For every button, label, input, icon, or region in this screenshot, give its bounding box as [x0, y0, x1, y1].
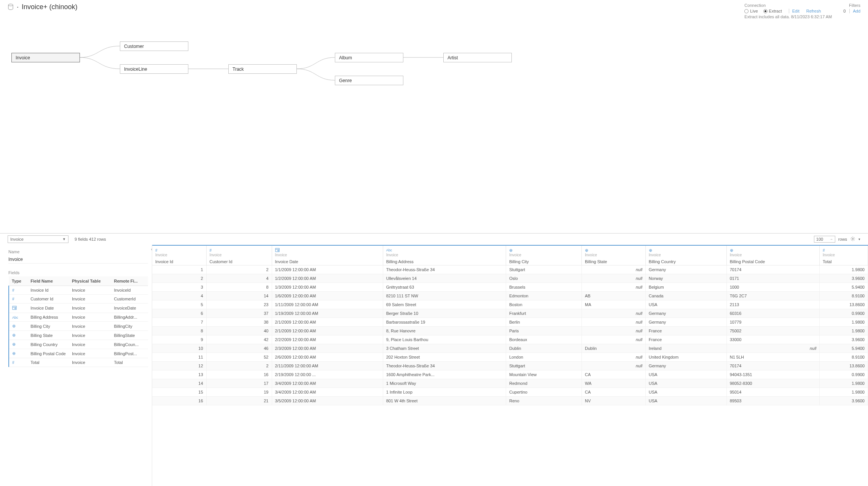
number-type-icon: # [155, 248, 158, 253]
grid-column-header[interactable]: AbcInvoiceBilling Address [383, 246, 506, 265]
fields-row[interactable]: #Customer IdInvoiceCustomerId [9, 295, 148, 303]
svg-point-6 [15, 308, 16, 309]
connection-extract-label: Extract [769, 9, 782, 13]
connection-extract-radio[interactable]: Extract [763, 9, 782, 13]
number-type-icon: # [12, 288, 14, 292]
grid-row[interactable]: 6371/19/2009 12:00:00 AMBerger Straße 10… [152, 309, 868, 318]
fields-rows-summary: 9 fields 412 rows [75, 237, 106, 241]
grid-row[interactable]: 381/3/2009 12:00:00 AMGrétrystraat 63Bru… [152, 283, 868, 292]
grid-row[interactable]: 121/1/2009 12:00:00 AMTheodor-Heuss-Stra… [152, 265, 868, 274]
svg-rect-7 [276, 248, 279, 252]
fields-th-type[interactable]: Type [9, 276, 27, 286]
svg-point-9 [277, 250, 279, 251]
node-album[interactable]: Album [335, 53, 403, 62]
grid-row[interactable]: 14173/4/2009 12:00:00 AM1 Microsoft WayR… [152, 379, 868, 388]
svg-point-3 [852, 238, 854, 240]
grid-column-header[interactable]: ⊕InvoiceBilling City [506, 246, 582, 265]
grid-row[interactable]: 16213/5/2009 12:00:00 AM801 W 4th Street… [152, 397, 868, 405]
fields-row[interactable]: ⊕Billing StateInvoiceBillingState [9, 331, 148, 340]
node-album-label: Album [339, 55, 352, 60]
grid-row[interactable]: 11522/6/2009 12:00:00 AM202 Hoxton Stree… [152, 353, 868, 362]
grid-row[interactable]: 1222/11/2009 12:00:00 AMTheodor-Heuss-St… [152, 362, 868, 370]
relationship-canvas[interactable]: Invoice Customer InvoiceLine Track Album… [0, 21, 868, 233]
rows-label: rows [838, 237, 847, 241]
node-invoiceline[interactable]: InvoiceLine [120, 64, 188, 74]
fields-row[interactable]: ⊕Billing CountryInvoiceBillingCoun... [9, 340, 148, 349]
geo-type-icon: ⊕ [12, 324, 16, 328]
number-type-icon: # [823, 248, 825, 253]
connection-label: Connection [744, 3, 832, 8]
geo-type-icon: ⊕ [585, 248, 588, 253]
name-label: Name [8, 249, 148, 254]
node-genre[interactable]: Genre [335, 76, 403, 85]
grid-row[interactable]: 5231/11/2009 12:00:00 AM69 Salem StreetB… [152, 300, 868, 309]
table-selector-value: Invoice [10, 237, 24, 241]
node-customer[interactable]: Customer [120, 41, 188, 51]
grid-row[interactable]: 13162/19/2009 12:00:00 ...1600 Amphithea… [152, 370, 868, 379]
grid-column-header[interactable]: #InvoiceCustomer Id [206, 246, 272, 265]
node-artist[interactable]: Artist [443, 53, 512, 62]
geo-type-icon: ⊕ [12, 333, 16, 337]
edges-svg [0, 21, 868, 233]
node-invoice-label: Invoice [16, 55, 30, 60]
collapse-panel-icon[interactable]: ‹ [151, 247, 152, 251]
geo-type-icon: ⊕ [12, 342, 16, 346]
date-type-icon [275, 248, 280, 253]
geo-type-icon: ⊕ [12, 351, 16, 356]
grid-column-header[interactable]: ⊕InvoiceBilling Postal Code [726, 246, 819, 265]
number-type-icon: # [12, 361, 14, 365]
geo-type-icon: ⊕ [649, 248, 652, 253]
grid-row[interactable]: 9422/2/2009 12:00:00 AM9, Place Louis Ba… [152, 335, 868, 344]
fields-row[interactable]: Invoice DateInvoiceInvoiceDate [9, 303, 148, 313]
grid-column-header[interactable]: ⊕InvoiceBilling State [582, 246, 646, 265]
rows-limit-input[interactable]: 100 → [814, 236, 835, 243]
node-invoiceline-label: InvoiceLine [124, 67, 147, 72]
node-track[interactable]: Track [228, 64, 297, 74]
settings-gear-icon[interactable] [850, 236, 855, 242]
geo-type-icon: ⊕ [509, 248, 513, 253]
edit-link[interactable]: Edit [789, 9, 800, 13]
filters-count: 0 [843, 9, 846, 13]
fields-th-phys[interactable]: Physical Table [69, 276, 111, 286]
grid-row[interactable]: 4141/6/2009 12:00:00 AM8210 111 ST NWEdm… [152, 292, 868, 300]
svg-point-0 [8, 4, 13, 6]
number-type-icon: # [12, 297, 14, 301]
node-invoice[interactable]: Invoice [11, 53, 80, 62]
fields-row[interactable]: ⊕Billing Postal CodeInvoiceBillingPost..… [9, 349, 148, 358]
grid-column-header[interactable]: ⊕InvoiceBilling Country [645, 246, 726, 265]
fields-row[interactable]: ⊕Billing CityInvoiceBillingCity [9, 322, 148, 331]
string-type-icon: Abc [386, 248, 392, 252]
grid-row[interactable]: 10462/3/2009 12:00:00 AM3 Chatham Street… [152, 344, 868, 353]
grid-column-header[interactable]: InvoiceInvoice Date [272, 246, 383, 265]
fields-th-field[interactable]: Field Name [27, 276, 69, 286]
filters-add-link[interactable]: Add [849, 9, 860, 13]
number-type-icon: # [210, 248, 212, 253]
grid-row[interactable]: 241/2/2009 12:00:00 AMUllevålsveien 14Os… [152, 274, 868, 283]
radio-checked-icon [763, 9, 768, 13]
filters-label: Filters [849, 3, 860, 8]
table-selector[interactable]: Invoice ▼ [8, 235, 68, 243]
grid-column-header[interactable]: #InvoiceTotal [820, 246, 868, 265]
string-type-icon: Abc [12, 316, 18, 319]
fields-row[interactable]: #Invoice IdInvoiceInvoiceId [9, 286, 148, 295]
fields-th-remote[interactable]: Remote Fi... [111, 276, 148, 286]
page-title: Invoice+ (chinook) [22, 3, 78, 11]
fields-row[interactable]: AbcBilling AddressInvoiceBillingAddr... [9, 313, 148, 322]
grid-row[interactable]: 8402/1/2009 12:00:00 AM8, Rue HanovrePar… [152, 327, 868, 335]
fields-row[interactable]: #TotalInvoiceTotal [9, 358, 148, 367]
node-customer-label: Customer [124, 44, 144, 49]
node-track-label: Track [233, 67, 244, 72]
connection-live-radio[interactable]: Live [744, 9, 758, 13]
datasource-icon [8, 3, 14, 11]
rows-limit-value: 100 [816, 237, 823, 241]
node-artist-label: Artist [448, 55, 458, 60]
grid-row[interactable]: 15193/4/2009 12:00:00 AM1 Infinite LoopC… [152, 388, 868, 397]
fields-table: Type Field Name Physical Table Remote Fi… [8, 276, 148, 367]
radio-unchecked-icon [744, 9, 749, 13]
chevron-down-icon-2[interactable]: ▾ [858, 237, 860, 241]
grid-row[interactable]: 7382/1/2009 12:00:00 AMBarbarossastraße … [152, 318, 868, 327]
refresh-link[interactable]: Refresh [806, 9, 821, 13]
name-input[interactable] [8, 256, 148, 264]
connection-live-label: Live [750, 9, 758, 13]
grid-column-header[interactable]: #InvoiceInvoice Id [152, 246, 206, 265]
